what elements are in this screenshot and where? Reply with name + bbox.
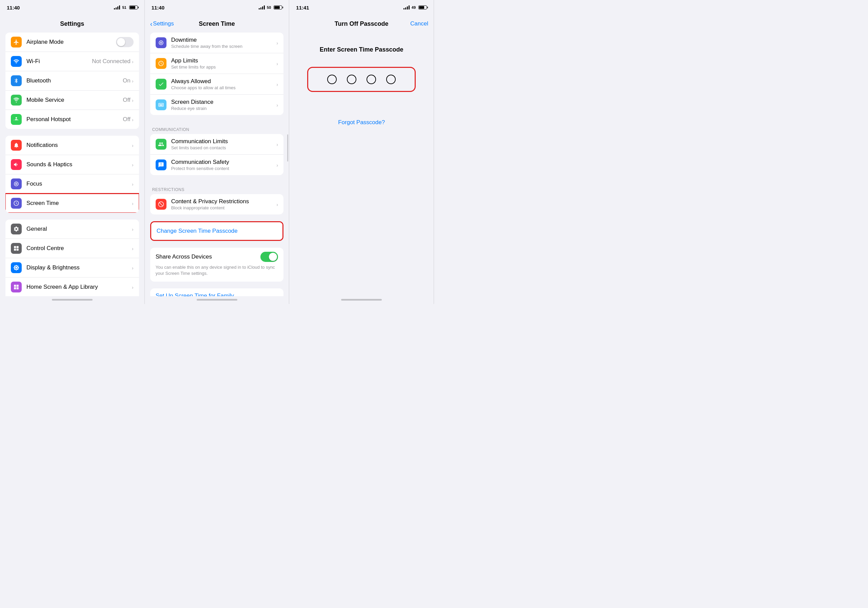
mobile-service-icon <box>11 95 22 106</box>
screen-time-scroll[interactable]: Downtime Schedule time away from the scr… <box>145 33 289 296</box>
passcode-nav-title: Turn Off Passcode <box>335 20 389 28</box>
notifications-label: Notifications <box>26 142 132 149</box>
general-content: General <box>26 225 132 232</box>
device-card: General › Control Centre › <box>5 219 139 296</box>
comm-safety-icon <box>156 159 166 170</box>
general-chevron: › <box>132 226 133 232</box>
focus-row[interactable]: Focus › <box>5 174 139 194</box>
content-privacy-label: Content & Privacy Restrictions <box>171 198 277 205</box>
bluetooth-content: Bluetooth <box>26 77 123 84</box>
app-limits-content: App Limits Set time limits for apps <box>171 58 277 70</box>
comm-limits-content: Communication Limits Set limits based on… <box>171 138 277 150</box>
wifi-chevron: › <box>132 59 133 64</box>
comm-safety-row[interactable]: Communication Safety Protect from sensit… <box>150 155 284 175</box>
comm-safety-content: Communication Safety Protect from sensit… <box>171 159 277 171</box>
share-devices-group: Share Across Devices You can enable this… <box>150 248 284 281</box>
status-time-2: 11:40 <box>152 5 164 11</box>
focus-chevron: › <box>132 181 133 187</box>
always-allowed-icon <box>156 79 166 90</box>
home-screen-right: › <box>132 284 133 290</box>
family-row[interactable]: Set Up Screen Time for Family Set up Fam… <box>150 288 284 296</box>
svg-rect-2 <box>17 246 19 248</box>
bluetooth-chevron: › <box>132 78 133 84</box>
screen-time-row[interactable]: Screen Time › <box>5 194 139 213</box>
battery-icon-1 <box>129 5 138 9</box>
family-group: Set Up Screen Time for Family Set up Fam… <box>150 288 284 296</box>
comm-safety-chevron: › <box>276 162 278 168</box>
bluetooth-value: On <box>123 77 130 84</box>
screentime-main-card: Downtime Schedule time away from the scr… <box>150 33 284 115</box>
mobile-service-row[interactable]: Mobile Service Off › <box>5 90 139 110</box>
sounds-haptics-row[interactable]: Sounds & Haptics › <box>5 155 139 174</box>
airplane-mode-row[interactable]: Airplane Mode <box>5 33 139 52</box>
connectivity-group: Airplane Mode Wi-Fi Not Connected <box>5 33 139 129</box>
bluetooth-row[interactable]: Bluetooth On › <box>5 71 139 90</box>
personal-hotspot-value: Off <box>123 116 130 123</box>
mobile-service-chevron: › <box>132 97 133 103</box>
share-devices-row[interactable]: Share Across Devices You can enable this… <box>150 248 284 281</box>
content-privacy-chevron: › <box>276 202 278 207</box>
forgot-passcode-link[interactable]: Forgot Passcode? <box>338 119 385 126</box>
screen-time-right: › <box>132 201 133 206</box>
app-limits-chevron: › <box>276 61 278 67</box>
passcode-panel: 11:41 49 Turn Off Passcode Cancel Enter … <box>289 0 434 304</box>
display-brightness-right: › <box>132 265 133 271</box>
screen-time-icon <box>11 198 22 209</box>
display-brightness-content: Display & Brightness <box>26 264 132 271</box>
display-brightness-row[interactable]: Display & Brightness › <box>5 258 139 278</box>
notifications-row[interactable]: Notifications › <box>5 136 139 155</box>
communication-card: Communication Limits Set limits based on… <box>150 134 284 175</box>
comm-limits-right: › <box>276 142 278 147</box>
status-bar-2: 11:40 50 <box>145 0 289 15</box>
wifi-row[interactable]: Wi-Fi Not Connected › <box>5 52 139 71</box>
airplane-mode-toggle[interactable] <box>116 37 133 47</box>
change-passcode-row[interactable]: Change Screen Time Passcode <box>151 222 283 240</box>
always-allowed-label: Always Allowed <box>171 78 277 85</box>
wifi-label: Wi-Fi <box>26 58 92 65</box>
general-row[interactable]: General › <box>5 219 139 239</box>
general-right: › <box>132 226 133 232</box>
signal-icon-2 <box>259 5 265 9</box>
status-icons-3: 49 <box>403 5 427 9</box>
home-screen-icon <box>11 281 22 292</box>
cancel-button[interactable]: Cancel <box>410 20 428 27</box>
control-centre-row[interactable]: Control Centre › <box>5 239 139 258</box>
focus-icon <box>11 179 22 189</box>
personal-hotspot-row[interactable]: Personal Hotspot Off › <box>5 110 139 129</box>
focus-label: Focus <box>26 180 132 187</box>
passcode-container: Enter Screen Time Passcode Forgot Passco… <box>289 33 434 296</box>
downtime-row[interactable]: Downtime Schedule time away from the scr… <box>150 33 284 53</box>
passcode-dot-3 <box>367 75 376 84</box>
share-devices-toggle[interactable] <box>260 252 278 262</box>
notifications-right: › <box>132 143 133 148</box>
always-allowed-row[interactable]: Always Allowed Choose apps to allow at a… <box>150 74 284 95</box>
app-limits-subtitle: Set time limits for apps <box>171 64 277 70</box>
nav-bar-1: Settings <box>0 15 144 33</box>
screentime-main-group: Downtime Schedule time away from the scr… <box>150 33 284 115</box>
settings-scroll[interactable]: Airplane Mode Wi-Fi Not Connected <box>0 33 144 296</box>
content-privacy-row[interactable]: Content & Privacy Restrictions Block ina… <box>150 194 284 215</box>
comm-limits-row[interactable]: Communication Limits Set limits based on… <box>150 134 284 155</box>
notifications-chevron: › <box>132 143 133 148</box>
sounds-haptics-icon <box>11 159 22 170</box>
screen-time-chevron: › <box>132 201 133 206</box>
comm-safety-subtitle: Protect from sensitive content <box>171 166 277 171</box>
change-passcode-label: Change Screen Time Passcode <box>157 228 277 235</box>
always-allowed-right: › <box>276 81 278 87</box>
home-screen-row[interactable]: Home Screen & App Library › <box>5 278 139 296</box>
screen-time-label: Screen Time <box>26 200 132 207</box>
app-limits-row[interactable]: App Limits Set time limits for apps › <box>150 53 284 74</box>
bluetooth-icon <box>11 75 22 86</box>
passcode-group: Change Screen Time Passcode <box>150 221 284 241</box>
status-time-1: 11:40 <box>7 5 20 11</box>
mobile-service-label: Mobile Service <box>26 97 123 104</box>
personal-hotspot-content: Personal Hotspot <box>26 116 123 123</box>
sounds-haptics-right: › <box>132 162 133 168</box>
scrollbar-thumb <box>287 134 288 162</box>
downtime-subtitle: Schedule time away from the screen <box>171 44 277 49</box>
nav-back-2[interactable]: ‹ Settings <box>150 20 174 28</box>
communication-header: COMMUNICATION <box>150 122 284 134</box>
passcode-dot-4 <box>386 75 396 84</box>
screen-distance-row[interactable]: Screen Distance Reduce eye strain › <box>150 95 284 115</box>
passcode-card-highlighted: Change Screen Time Passcode <box>150 221 284 241</box>
